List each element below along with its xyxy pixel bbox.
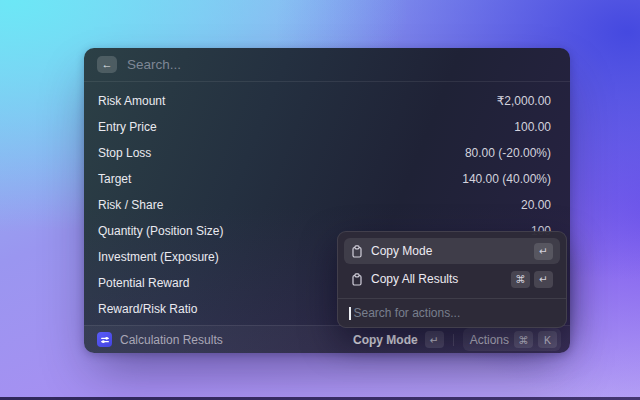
result-label: Target <box>98 172 131 186</box>
sliders-icon <box>100 335 110 345</box>
result-row-target[interactable]: Target 140.00 (40.00%) <box>84 166 570 192</box>
result-value: ₹2,000.00 <box>497 94 551 108</box>
result-row-risk-amount[interactable]: Risk Amount ₹2,000.00 <box>84 88 570 114</box>
back-button[interactable]: ← <box>97 56 117 73</box>
status-bar: Calculation Results Copy Mode ↵ Actions … <box>84 325 570 353</box>
result-row-risk-share[interactable]: Risk / Share 20.00 <box>84 192 570 218</box>
result-label: Risk / Share <box>98 198 163 212</box>
result-label: Stop Loss <box>98 146 151 160</box>
actions-search-placeholder: Search for actions... <box>354 306 461 320</box>
k-key-badge: K <box>538 331 557 348</box>
footer-actions: Copy Mode ↵ Actions ⌘ K <box>353 328 561 351</box>
result-label: Entry Price <box>98 120 157 134</box>
action-item-keys: ↵ <box>534 243 553 260</box>
result-value: 80.00 (-20.00%) <box>465 146 551 160</box>
extension-icon <box>97 332 112 347</box>
primary-action-button[interactable]: Copy Mode <box>353 333 418 347</box>
footer-divider <box>453 334 454 346</box>
action-item-copy-all-results[interactable]: Copy All Results ⌘ ↵ <box>344 266 560 292</box>
actions-popup-list: Copy Mode ↵ Copy All Results ⌘ ↵ <box>338 232 566 298</box>
result-label: Investment (Exposure) <box>98 250 219 264</box>
action-item-label: Copy Mode <box>371 244 432 258</box>
actions-label: Actions <box>470 333 509 347</box>
command-key-badge: ⌘ <box>511 271 530 288</box>
result-value: 20.00 <box>521 198 551 212</box>
command-key-badge: ⌘ <box>514 331 533 348</box>
text-caret <box>349 307 351 320</box>
back-arrow-icon: ← <box>102 59 113 70</box>
action-item-keys: ⌘ ↵ <box>511 271 553 288</box>
actions-menu-button[interactable]: Actions ⌘ K <box>463 328 561 351</box>
return-key-badge: ↵ <box>425 331 444 348</box>
action-item-label: Copy All Results <box>371 272 458 286</box>
result-label: Quantity (Position Size) <box>98 224 223 238</box>
result-label: Risk Amount <box>98 94 165 108</box>
return-key-badge: ↵ <box>534 271 553 288</box>
action-item-copy-mode[interactable]: Copy Mode ↵ <box>344 238 560 264</box>
result-value: 140.00 (40.00%) <box>462 172 551 186</box>
search-bar: ← Search... <box>84 48 570 82</box>
result-row-entry-price[interactable]: Entry Price 100.00 <box>84 114 570 140</box>
result-row-stop-loss[interactable]: Stop Loss 80.00 (-20.00%) <box>84 140 570 166</box>
extension-title: Calculation Results <box>120 333 223 347</box>
actions-search-input[interactable]: Search for actions... <box>338 298 566 327</box>
return-key-badge: ↵ <box>534 243 553 260</box>
clipboard-icon <box>351 245 363 258</box>
actions-popup: Copy Mode ↵ Copy All Results ⌘ ↵ Search … <box>337 231 567 328</box>
clipboard-icon <box>351 273 363 286</box>
search-input[interactable]: Search... <box>127 57 181 72</box>
result-label: Potential Reward <box>98 276 189 290</box>
result-label: Reward/Risk Ratio <box>98 302 197 316</box>
result-value: 100.00 <box>514 120 551 134</box>
